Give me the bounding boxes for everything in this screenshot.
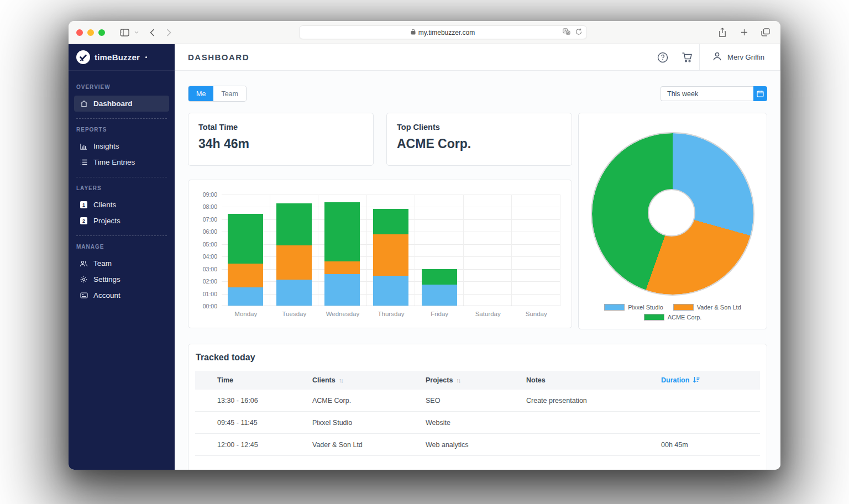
legend-label: Vader & Son Ltd [697, 304, 741, 311]
address-bar[interactable]: my.timebuzzer.com [299, 25, 587, 39]
sidebar-item-label: Dashboard [93, 99, 133, 108]
app-logo[interactable]: timeBuzzer [69, 44, 175, 71]
x-axis-label-friday: Friday [415, 306, 464, 317]
legend-item-pixxel-studio[interactable]: Pixxel Studio [604, 304, 663, 311]
legend-item-acme-corp-[interactable]: ACME Corp. [644, 314, 702, 321]
bar-column-tuesday [270, 195, 318, 306]
duration-column-header[interactable]: Duration [661, 376, 760, 385]
bar-segment-acme-corp-[interactable] [228, 214, 263, 264]
help-icon[interactable] [651, 44, 675, 70]
back-icon[interactable] [145, 25, 159, 40]
sidebar-item-label: Team [93, 259, 112, 267]
donut-hole [648, 189, 695, 237]
legend-item-vader-son-ltd[interactable]: Vader & Son Ltd [673, 304, 741, 311]
scope-toggle: Me Team [188, 86, 247, 102]
bar-segment-vader-son-ltd[interactable] [276, 245, 312, 280]
sidebar-item-projects[interactable]: 2Projects [74, 213, 169, 229]
sidebar-item-dashboard[interactable]: Dashboard [74, 96, 169, 112]
clients-column-header[interactable]: Clients↑↓ [312, 376, 426, 384]
header-actions: Merv Griffin [651, 44, 780, 70]
tab-overview-icon[interactable] [758, 25, 773, 40]
share-icon[interactable] [715, 25, 730, 40]
projects-column-header[interactable]: Projects↑↓ [426, 376, 526, 384]
home-icon [80, 100, 88, 107]
project-cell: SEO [426, 397, 526, 405]
bar-column-friday [415, 195, 463, 306]
x-axis-label-thursday: Thursday [367, 306, 416, 317]
bar-segment-acme-corp-[interactable] [324, 202, 360, 262]
y-axis-tick-label: 09:00 [196, 191, 217, 198]
sidebar-item-clients[interactable]: 1Clients [74, 197, 169, 213]
new-tab-icon[interactable] [737, 25, 751, 40]
bar-segment-acme-corp-[interactable] [373, 209, 408, 234]
sort-icon[interactable]: ↑↓ [456, 377, 460, 384]
sidebar-item-insights[interactable]: Insights [74, 138, 169, 154]
account-icon [80, 292, 88, 298]
user-menu[interactable]: Merv Griffin [700, 51, 780, 64]
x-axis-label-saturday: Saturday [464, 306, 512, 317]
sidebar-chevron-icon[interactable] [132, 25, 142, 40]
sidebar-item-settings[interactable]: Settings [74, 271, 169, 287]
table-row[interactable]: 13:30 - 16:06ACME Corp.SEOCreate present… [195, 390, 760, 412]
calendar-icon[interactable] [753, 86, 767, 101]
app-frame: timeBuzzer OVERVIEWDashboardREPORTSInsig… [69, 44, 780, 470]
stacked-bar-friday[interactable] [422, 269, 457, 306]
bar-segment-pixxel-studio[interactable] [276, 280, 312, 306]
left-column: Total Time 34h 46m Top Clients ACME Corp… [188, 113, 572, 329]
date-range-input[interactable]: This week [661, 86, 753, 101]
bar-column-thursday [366, 195, 415, 306]
bar-segment-vader-son-ltd[interactable] [228, 264, 263, 288]
sidebar-item-team[interactable]: Team [74, 255, 169, 271]
bar-segment-vader-son-ltd[interactable] [373, 234, 408, 276]
translate-icon[interactable] [563, 28, 570, 37]
total-time-value: 34h 46m [198, 136, 363, 151]
sort-icon[interactable]: ↑↓ [339, 377, 343, 384]
toggle-team-button[interactable]: Team [213, 86, 246, 101]
table-row[interactable] [195, 456, 760, 470]
sidebar-section-label: REPORTS [74, 119, 169, 138]
close-window-button[interactable] [76, 29, 83, 36]
donut-chart [592, 133, 753, 295]
bar-segment-pixxel-studio[interactable] [228, 287, 263, 306]
dashboard-grid: Total Time 34h 46m Top Clients ACME Corp… [188, 113, 767, 329]
minimize-window-button[interactable] [87, 29, 94, 36]
team-icon [80, 260, 88, 267]
bar-segment-acme-corp-[interactable] [276, 203, 312, 245]
top-clients-label: Top Clients [397, 123, 562, 132]
stacked-bar-tuesday[interactable] [276, 203, 312, 306]
table-row[interactable]: 09:45 - 11:45Pixxel StudioWebsite [195, 412, 760, 434]
bar-segment-pixxel-studio[interactable] [422, 285, 457, 306]
bar-segment-vader-son-ltd[interactable] [324, 261, 360, 274]
x-axis-label-sunday: Sunday [512, 306, 560, 317]
y-axis-tick-label: 00:00 [196, 303, 217, 309]
sidebar-section-label: LAYERS [74, 177, 169, 197]
bar-segment-acme-corp-[interactable] [422, 269, 457, 285]
time-cell: 12:00 - 12:45 [217, 441, 312, 449]
y-axis-tick-label: 04:00 [196, 253, 217, 260]
y-axis-tick-label: 01:00 [196, 291, 217, 297]
sidebar-toggle-icon[interactable] [117, 25, 132, 40]
table-row[interactable]: 12:00 - 12:45Vader & Son LtdWeb analytic… [195, 434, 760, 456]
bar-segment-pixxel-studio[interactable] [324, 274, 360, 306]
forward-icon[interactable] [161, 25, 176, 40]
timebuzzer-logo-icon [76, 50, 90, 64]
browser-window: my.timebuzzer.com [69, 21, 780, 470]
sidebar-item-account[interactable]: Account [74, 287, 169, 303]
stacked-bar-thursday[interactable] [373, 209, 408, 306]
badge-1-icon: 1 [80, 201, 88, 208]
sidebar-item-time-entries[interactable]: Time Entries [74, 154, 169, 170]
fullscreen-window-button[interactable] [98, 29, 105, 36]
top-clients-card: Top Clients ACME Corp. [386, 113, 572, 166]
bar-column-sunday [511, 195, 560, 306]
toggle-me-button[interactable]: Me [188, 86, 213, 101]
user-icon [712, 51, 722, 64]
stacked-bar-wednesday[interactable] [324, 202, 360, 306]
reload-icon[interactable] [575, 28, 582, 37]
time-cell: 09:45 - 11:45 [217, 419, 312, 427]
duration-cell: 00h 45m [661, 441, 760, 449]
bar-segment-pixxel-studio[interactable] [373, 276, 408, 306]
cart-icon[interactable] [675, 44, 699, 70]
sort-desc-icon[interactable] [693, 376, 700, 385]
stacked-bar-monday[interactable] [228, 214, 263, 306]
y-axis-tick-label: 03:00 [196, 266, 217, 272]
